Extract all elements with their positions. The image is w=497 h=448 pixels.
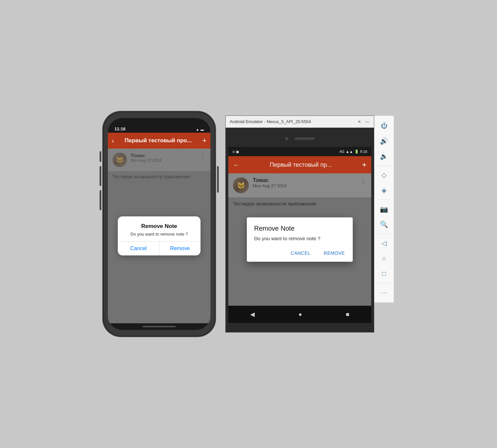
android-status-bar: ⊙ ▣ 4G ▲▲ 🔋 8:16	[228, 147, 371, 156]
volume-up-icon[interactable]: 🔊	[377, 134, 391, 148]
sidebar-divider-1	[378, 165, 390, 166]
android-battery-icon: 🔋	[354, 150, 359, 154]
android-minimize-button[interactable]: —	[365, 119, 370, 124]
ios-add-button[interactable]: +	[202, 136, 206, 145]
ios-home-indicator	[108, 323, 210, 330]
sidebar-divider-4	[378, 283, 390, 283]
nav-square-icon[interactable]: □	[377, 266, 391, 281]
android-emulator-title: Android Emulator - Nexus_5_API_25:5554	[230, 119, 311, 124]
ios-back-button[interactable]: ‹	[112, 137, 114, 145]
ios-home-bar	[143, 326, 176, 327]
android-phone-body: ⊙ ▣ 4G ▲▲ 🔋 8:16 ← Первый тестовый пр...	[228, 130, 371, 330]
android-close-button[interactable]: ✕	[357, 119, 362, 124]
sidebar-divider-3	[378, 234, 390, 234]
ios-dialog-body: Remove Note Do you want to remove note ?	[118, 216, 201, 241]
android-remove-button[interactable]: REMOVE	[318, 247, 350, 259]
ios-dialog: Remove Note Do you want to remove note ?…	[118, 216, 201, 255]
android-dialog-title: Remove Note	[254, 225, 345, 232]
ios-status-icons: ▲ ▬	[196, 128, 204, 131]
android-notification-icons: ⊙ ▣	[232, 150, 239, 154]
android-sidebar-tools: ⏻ 🔊 🔉 ◇ ◈ 📷 🔍 ◁ ○ □ ⋯	[374, 115, 394, 303]
ios-dialog-buttons: Cancel Remove	[118, 241, 201, 255]
ios-time: 11:16	[114, 126, 125, 131]
ios-volume-up-button[interactable]	[100, 166, 101, 186]
power-icon[interactable]: ⏻	[377, 118, 391, 133]
ios-notch	[138, 118, 181, 127]
nav-home-icon[interactable]: ○	[377, 251, 391, 266]
ios-power-button[interactable]	[217, 166, 219, 193]
ios-dialog-message: Do you want to remove note ?	[124, 232, 194, 237]
android-cancel-button[interactable]: CANCEL	[286, 247, 316, 259]
android-dialog-overlay: Remove Note Do you want to remove note ?…	[228, 173, 371, 306]
android-network-icon: 4G	[339, 150, 344, 154]
zoom-in-icon[interactable]: 🔍	[377, 217, 391, 232]
android-bottom-bezel	[228, 323, 371, 330]
scene: 11:16 ▲ ▬ ‹ Первый тестовый про... + 🐱	[103, 112, 394, 336]
android-window: Android Emulator - Nexus_5_API_25:5554 ✕…	[225, 115, 394, 333]
more-options-icon[interactable]: ⋯	[377, 285, 391, 300]
ios-wifi-icon: ▲	[196, 128, 199, 131]
android-top-bezel	[228, 130, 371, 147]
volume-down-icon[interactable]: 🔉	[377, 149, 391, 163]
android-title-bar: Android Emulator - Nexus_5_API_25:5554 ✕…	[226, 116, 374, 128]
android-status-left: ⊙ ▣	[232, 150, 239, 154]
android-emulator: Android Emulator - Nexus_5_API_25:5554 ✕…	[225, 115, 374, 333]
android-dialog-body: Remove Note Do you want to remove note ?	[247, 217, 353, 245]
android-toolbar-title: Первый тестовый пр...	[270, 161, 332, 168]
android-nav-home-button[interactable]: ●	[298, 311, 302, 318]
android-status-right: 4G ▲▲ 🔋 8:16	[339, 150, 367, 154]
android-dialog-buttons: CANCEL REMOVE	[247, 245, 353, 262]
android-dialog-message: Do you want to remove note ?	[254, 236, 345, 241]
screenshot-icon[interactable]: 📷	[377, 202, 391, 216]
ios-dialog-title: Remove Note	[124, 223, 194, 230]
android-speaker	[295, 137, 315, 140]
rotate-landscape-icon[interactable]: ◈	[377, 183, 391, 198]
android-title-buttons: ✕ —	[357, 119, 370, 124]
android-content: 🐱 Томас Mon Aug 27 2018 ⋮	[228, 173, 371, 306]
ios-dialog-overlay: Remove Note Do you want to remove note ?…	[108, 149, 210, 323]
android-dialog: Remove Note Do you want to remove note ?…	[247, 217, 353, 262]
android-camera	[285, 137, 288, 140]
ios-toolbar: ‹ Первый тестовый про... +	[108, 133, 210, 149]
ios-battery-icon: ▬	[201, 128, 204, 131]
sidebar-divider-2	[378, 200, 390, 200]
nav-back-icon[interactable]: ◁	[377, 236, 391, 250]
android-add-button[interactable]: +	[362, 160, 367, 169]
ios-screen: 11:16 ▲ ▬ ‹ Первый тестовый про... + 🐱	[108, 118, 210, 330]
android-content-wrapper: 🐱 Томас Mon Aug 27 2018 ⋮	[228, 173, 371, 306]
ios-remove-button[interactable]: Remove	[159, 242, 201, 255]
ios-content: 🐱 Томас Mon Aug 27 2018 ⋮ Тестирую возмо…	[108, 149, 210, 323]
android-bottom-nav: ◀ ● ■	[228, 306, 371, 323]
ios-status-bar: 11:16 ▲ ▬	[108, 118, 210, 133]
android-toolbar: ← Первый тестовый пр... +	[228, 156, 371, 173]
android-time: 8:16	[360, 150, 367, 154]
ios-volume-down-button[interactable]	[100, 190, 101, 210]
android-back-button[interactable]: ←	[233, 161, 240, 169]
android-nav-recents-button[interactable]: ■	[346, 311, 349, 318]
android-signal-icon: ▲▲	[346, 150, 353, 154]
ios-phone: 11:16 ▲ ▬ ‹ Первый тестовый про... + 🐱	[103, 112, 215, 336]
android-screen: ⊙ ▣ 4G ▲▲ 🔋 8:16 ← Первый тестовый пр...	[228, 147, 371, 323]
rotate-portrait-icon[interactable]: ◇	[377, 168, 391, 182]
ios-cancel-button[interactable]: Cancel	[118, 242, 159, 255]
ios-mute-button[interactable]	[100, 151, 101, 162]
android-nav-back-button[interactable]: ◀	[250, 311, 255, 318]
ios-toolbar-title: Первый тестовый про...	[124, 137, 192, 144]
